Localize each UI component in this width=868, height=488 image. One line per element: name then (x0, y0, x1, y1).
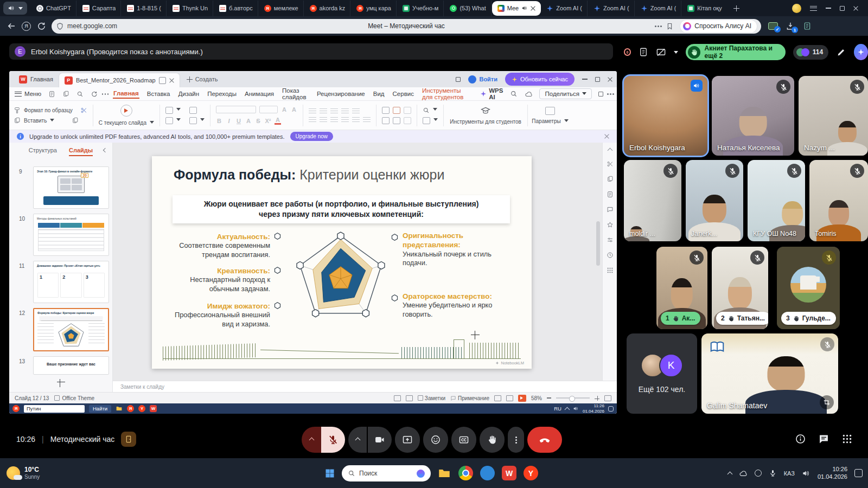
chrome-icon[interactable] (458, 466, 473, 480)
downloads-icon[interactable]: 1 (786, 21, 795, 31)
browser-tab-meet-active[interactable]: Мее (493, 2, 541, 15)
crop-icon[interactable] (820, 395, 834, 409)
section-icon[interactable] (189, 117, 197, 124)
theme-indicator[interactable]: Office Theme (54, 395, 94, 401)
extension-card-icon[interactable]: ✓ (768, 22, 778, 30)
slide-thumbnail-13[interactable]: Ваше признание ждет вас (33, 356, 109, 375)
language-indicator[interactable]: КАЗ (784, 470, 795, 477)
rail-clipboard-icon[interactable] (607, 176, 614, 183)
participant-tile[interactable]: Наталья Киселева (712, 76, 794, 156)
monitor-icon[interactable] (406, 395, 413, 401)
participant-tile[interactable]: КГУ ОШ No48 (748, 160, 805, 241)
wps-home-tab[interactable]: WГлавная (14, 71, 59, 87)
ribbon-tab-home[interactable]: Главная (113, 89, 139, 99)
participant-tile[interactable]: Janerk... (686, 160, 743, 241)
canvas-scrollbar[interactable] (596, 221, 600, 266)
ask-alice-button[interactable]: Спросить Алису AI (680, 20, 757, 33)
ribbon-tab-design[interactable]: Дизайн (177, 89, 200, 98)
participant-tile[interactable]: moldir ... (624, 160, 681, 241)
wps-update-button[interactable]: Обновить сейчас (505, 73, 575, 86)
wps-new-doc-button[interactable]: Создать (187, 76, 218, 82)
participant-tile[interactable]: Galim Shamataev (701, 333, 838, 414)
paste-button[interactable]: Вставить (14, 117, 87, 124)
gemini-button[interactable] (854, 44, 868, 60)
select-icon[interactable] (423, 117, 430, 124)
ribbon-tab-student-tools[interactable]: Инструменты для студентов (422, 86, 473, 101)
participant-tile-speaking[interactable]: Erbol Koishygara (624, 76, 707, 156)
mail-app-icon[interactable] (480, 466, 495, 480)
wps-minimize-button[interactable] (582, 79, 588, 80)
participants-count-pill[interactable]: 114 (793, 45, 828, 60)
browser-tab-sheet[interactable]: Учебно-м (398, 1, 444, 16)
meeting-details-icon[interactable] (795, 433, 806, 445)
share-button[interactable]: Поделиться (539, 88, 592, 99)
browser-tab-yandex[interactable]: Яakorda kz (305, 1, 351, 16)
ribbon-more-icon[interactable] (610, 93, 611, 95)
folder-icon[interactable] (116, 405, 123, 412)
activities-grid-icon[interactable] (841, 433, 853, 445)
browser-tab-zoomai[interactable]: Zoom AI ( (589, 1, 635, 16)
doc-close-icon[interactable] (169, 78, 174, 83)
browser-tab-pdf[interactable]: б.авторс (214, 1, 258, 16)
rail-history-icon[interactable] (607, 252, 614, 259)
back-icon[interactable] (7, 21, 16, 31)
layout-icon[interactable] (165, 117, 173, 124)
zoom-out-icon[interactable] (547, 397, 551, 399)
browser-tab-whatsapp[interactable]: (53) What (445, 1, 491, 16)
yandex-app-icon[interactable]: Я (127, 405, 134, 412)
browser-tab-pdf[interactable]: Thynk Un (168, 1, 213, 16)
wps-document-tab[interactable]: PBest_Mentor_2026_Roadmap (59, 73, 180, 87)
new-tab-button[interactable] (730, 2, 743, 15)
add-slide-button[interactable] (9, 379, 112, 388)
banner-close-icon[interactable] (604, 134, 609, 139)
tray-mic-icon[interactable] (769, 469, 777, 477)
comment-toggle[interactable]: Примечание (450, 395, 489, 401)
tray-expand-icon[interactable] (565, 407, 570, 412)
raised-hands-pill[interactable]: Акниет Парахатова и ещё 2 (686, 44, 786, 60)
zoom-in-icon[interactable] (595, 396, 599, 401)
browser-tab-zoomai[interactable]: Zoom AI ( (541, 1, 588, 16)
group-icon[interactable] (393, 117, 400, 124)
wps-signin-button[interactable]: Войти (468, 75, 497, 84)
more-participants-tile[interactable]: K Ещё 102 чел. (627, 333, 697, 414)
tray-speaker-icon[interactable] (573, 406, 579, 412)
reload-icon[interactable] (36, 21, 46, 31)
tray-status-icon[interactable] (755, 470, 762, 477)
notes-toggle[interactable]: Заметки (418, 395, 445, 401)
save-icon[interactable] (48, 91, 55, 98)
address-bar[interactable]: meet.google.com Meet – Методический час … (52, 19, 761, 34)
participant-tile[interactable]: Nazym ... (799, 76, 868, 156)
weather-widget[interactable]: 10°CSunny (7, 466, 40, 480)
wps-close-button[interactable] (608, 77, 612, 82)
rail-scissors-icon[interactable] (607, 160, 614, 168)
more-icon[interactable] (658, 25, 659, 27)
taskbar-search[interactable]: Поиск (342, 465, 431, 481)
window-restore-button[interactable] (840, 6, 845, 11)
view-sorter-icon[interactable] (506, 395, 513, 401)
participant-tile[interactable]: Tomiris (809, 160, 868, 241)
bookmark-icon[interactable] (666, 22, 674, 30)
mic-muted-button[interactable] (321, 427, 345, 453)
rail-settings-icon[interactable] (607, 236, 614, 243)
slide-12[interactable]: Формула победы: Критерии оценки жюри Жюр… (152, 156, 532, 369)
browser-menu-icon[interactable] (810, 6, 817, 11)
slide-thumbnail-10[interactable]: Методы финальных испытаний (33, 214, 109, 256)
tray-speaker-icon[interactable] (802, 469, 810, 478)
upgrade-now-button[interactable]: Upgrade now (290, 132, 333, 141)
yandex-icon[interactable]: Я (12, 405, 20, 412)
browser-tab-chatgpt[interactable]: ChatGPT (31, 1, 76, 16)
yandex-browser-icon[interactable]: Y (138, 405, 145, 412)
view-normal-icon[interactable] (494, 395, 501, 401)
header-caret-icon[interactable] (674, 51, 678, 56)
camera-options-button[interactable] (348, 427, 367, 453)
yandex-taskbar-icon[interactable]: Y (524, 466, 538, 480)
cut-icon[interactable] (80, 107, 87, 114)
rail-grid-icon[interactable] (607, 267, 614, 274)
raise-hand-button[interactable] (480, 427, 505, 453)
panel-tab-outline[interactable]: Структура (29, 147, 57, 156)
participant-tile-hand-raised[interactable]: 1Ак... (656, 247, 707, 329)
textbox-icon[interactable] (382, 117, 390, 124)
reactions-button[interactable] (423, 427, 448, 453)
shape-icon[interactable] (382, 107, 390, 114)
panel-collapse-icon[interactable] (103, 148, 107, 152)
